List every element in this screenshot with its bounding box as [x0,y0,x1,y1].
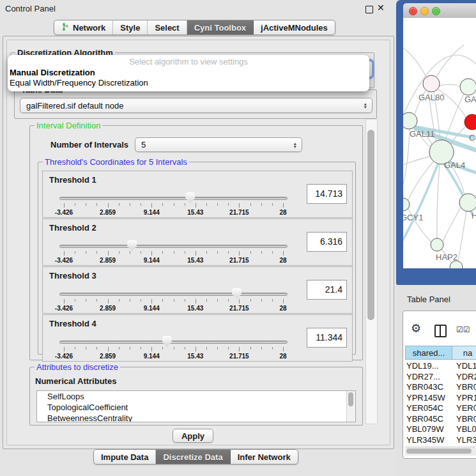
cell-name: YLR3 [456,435,476,445]
list-scrollbar-thumb[interactable] [348,392,353,406]
tab-label: Cyni Toolbox [194,23,246,33]
network-window-titlebar[interactable] [403,3,476,19]
tab-impute-data[interactable]: Impute Data [94,450,156,464]
dropdown-item[interactable]: Manual Discretization [8,68,369,78]
network-node-GAL-top[interactable] [460,79,476,95]
tab-discretize-data[interactable]: Discretize Data [156,450,230,464]
threshold-slider[interactable]: -3.4262.8599.14415.4321.71528 [59,242,288,264]
tab-label: Discretize Data [163,452,222,462]
table-row[interactable]: YBR043CYBR0 [405,382,476,393]
threshold-slider[interactable]: -3.4262.8599.14415.4321.71528 [59,290,288,312]
slider-track [59,341,288,344]
table-row[interactable]: YDL19...YDL1 [405,361,476,372]
zoom-traffic-icon[interactable] [432,7,440,15]
network-edge[interactable] [403,48,426,77]
slider-tick-labels: -3.4262.8599.14415.4321.71528 [64,257,283,265]
network-node-HAP2[interactable] [431,238,443,251]
tab-style[interactable]: Style [113,20,148,35]
network-edge[interactable] [440,84,461,86]
tab-infer-network[interactable]: Infer Network [231,450,298,464]
threshold-value-field[interactable]: 11.344 [307,328,347,348]
algorithm-dropdown: Select algorithm to view settings Manual… [8,55,369,91]
list-item[interactable]: TopologicalCoefficient [37,402,355,413]
network-edge[interactable] [458,211,466,261]
tab-network[interactable]: Network [54,20,113,35]
combo-arrows-icon: ▲▼ [293,142,297,148]
threshold-slider[interactable]: -3.4262.8599.14415.4321.71528 [59,338,288,360]
column-header-shared[interactable]: shared... [405,346,452,360]
table-data-group: Table Data galFiltered.sif default node … [14,89,377,119]
tab-select[interactable]: Select [148,20,187,35]
node-label: GCY1 [403,213,423,222]
network-edge[interactable] [403,129,410,184]
slider-thumb[interactable] [232,288,242,299]
thresholds-group-title: Threshold's Coordinates for 5 Intervals [43,157,189,167]
tab-label: jActiveMNodules [261,23,328,33]
num-intervals-combo[interactable]: 5 ▲▼ [135,137,302,152]
float-window-icon[interactable] [365,6,373,13]
slider-thumb[interactable] [162,336,172,347]
network-node-red-node[interactable] [464,114,476,130]
threshold-value-field[interactable]: 21.4 [307,280,347,300]
network-edge[interactable] [408,161,434,200]
tab-cyni-toolbox[interactable]: Cyni Toolbox [187,20,254,35]
table-row[interactable]: YPR145WYPR1 [405,393,476,404]
table-row[interactable]: YLR345WYLR3 [405,435,476,446]
column-header-name[interactable]: na [452,346,476,360]
checkbox-icons[interactable]: ☑☑ [456,325,470,334]
slider-track [59,245,288,248]
list-item[interactable]: SelfLoops [37,391,355,402]
threshold-slider[interactable]: -3.4262.8599.14415.4321.71528 [59,194,288,216]
slider-tick-labels: -3.4262.8599.14415.4321.71528 [64,305,283,312]
node-label: H [472,211,476,220]
slider-track [59,293,288,296]
slider-ticks [64,203,283,208]
table-hscrollbar[interactable] [405,447,476,456]
gear-icon[interactable]: ⚙ [411,323,421,334]
cell-shared-name: YBR045C [406,414,443,424]
cell-name: YER0 [456,403,476,413]
network-canvas[interactable]: GAL80GACGAL11GAL4GCY1HHAP2 [403,18,476,268]
minimize-traffic-icon[interactable] [420,7,429,15]
table-row[interactable]: YBR045CYBR0 [405,414,476,425]
threshold-value-field[interactable]: 14.713 [307,184,347,204]
network-node-H-node[interactable] [459,194,476,211]
table-hscrollbar-thumb[interactable] [406,449,472,454]
close-traffic-icon[interactable] [409,7,417,15]
network-node-GAL11[interactable] [403,112,417,129]
panel-scrollbar[interactable] [365,119,378,424]
cell-shared-name: YLR345W [406,435,444,445]
slider-thumb[interactable] [127,240,137,251]
scrollbar-thumb[interactable] [367,130,374,320]
threshold-value-field[interactable]: 6.316 [307,232,347,252]
threshold-label: Threshold 2 [49,223,96,233]
list-scrollbar[interactable] [346,391,355,422]
table-panel-title: Table Panel [407,295,450,304]
network-edge[interactable] [443,208,461,242]
threshold-label: Threshold 1 [49,175,96,185]
list-item[interactable]: BetweennessCentrality [37,413,355,422]
slider-thumb[interactable] [185,192,195,203]
table-row[interactable]: YDR27...YDR2 [405,372,476,383]
slider-track [59,197,288,200]
node-label: HAP2 [436,252,457,262]
control-panel: Control Panel ✕ NetworkStyleSelectCyni T… [0,0,396,476]
network-node-GAL80[interactable] [423,75,440,92]
tab-jactivemnodules[interactable]: jActiveMNodules [254,20,335,35]
table-row[interactable]: YBL079WYBL0 [405,424,476,435]
close-icon[interactable]: ✕ [377,3,385,13]
network-edge[interactable] [437,164,440,238]
dropdown-item[interactable]: Equal Width/Frequency Discretization [8,78,369,88]
numerical-attributes-list[interactable]: SelfLoopsTopologicalCoefficientBetweenne… [36,390,356,422]
cell-shared-name: YDL19... [406,361,439,371]
apply-button[interactable]: Apply [173,429,213,443]
slider-ticks [64,347,283,352]
table-row[interactable]: YER054CYER0 [405,403,476,414]
slider-ticks [64,299,283,304]
tab-label: Select [155,23,179,33]
split-columns-icon[interactable] [434,325,447,337]
attributes-group: Attributes to discretize Numerical Attri… [29,367,363,426]
node-label: C [469,133,475,142]
interval-definition-title: Interval Definition [35,121,102,130]
table-data-combo[interactable]: galFiltered.sif default node ▲▼ [20,98,372,113]
